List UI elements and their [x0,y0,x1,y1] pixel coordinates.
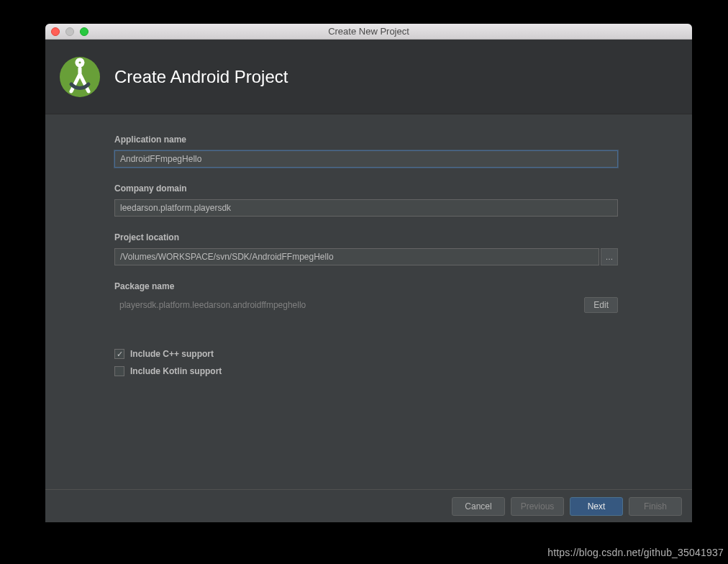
package-name-value: playersdk.platform.leedarson.androidffmp… [114,297,584,313]
field-package-name: Package name playersdk.platform.leedarso… [114,281,663,313]
cancel-button[interactable]: Cancel [452,497,505,516]
package-name-label: Package name [114,281,663,291]
form-content: Application name Company domain Project … [45,114,692,489]
checkbox-kotlin[interactable] [114,366,124,376]
checkbox-cpp[interactable] [114,349,124,359]
application-name-label: Application name [114,135,663,145]
window-title: Create New Project [45,26,692,37]
company-domain-input[interactable] [114,199,618,217]
field-application-name: Application name [114,135,663,168]
project-location-input[interactable] [114,248,599,265]
project-location-label: Project location [114,232,663,242]
titlebar: Create New Project [45,24,692,40]
option-cpp-support[interactable]: Include C++ support [114,349,663,359]
next-button[interactable]: Next [570,497,623,516]
previous-button: Previous [511,497,564,516]
finish-button: Finish [629,497,682,516]
application-name-input[interactable] [114,150,618,168]
kotlin-support-label: Include Kotlin support [130,366,222,376]
minimize-icon [65,27,74,36]
dialog-window: Create New Project Create Android Projec… [45,24,692,522]
watermark-text: https://blog.csdn.net/github_35041937 [547,547,724,558]
option-kotlin-support[interactable]: Include Kotlin support [114,366,663,376]
close-icon[interactable] [51,27,60,36]
traffic-lights [45,27,88,36]
cpp-support-label: Include C++ support [130,349,214,359]
wizard-header: Create Android Project [45,40,692,114]
browse-location-button[interactable]: … [601,248,618,265]
maximize-icon[interactable] [80,27,88,36]
android-studio-icon [58,55,101,99]
ellipsis-icon: … [606,253,614,261]
page-title: Create Android Project [114,67,288,87]
edit-package-button[interactable]: Edit [584,297,618,313]
field-project-location: Project location … [114,232,663,265]
wizard-footer: Cancel Previous Next Finish [45,489,692,522]
field-company-domain: Company domain [114,183,663,217]
company-domain-label: Company domain [114,183,663,194]
